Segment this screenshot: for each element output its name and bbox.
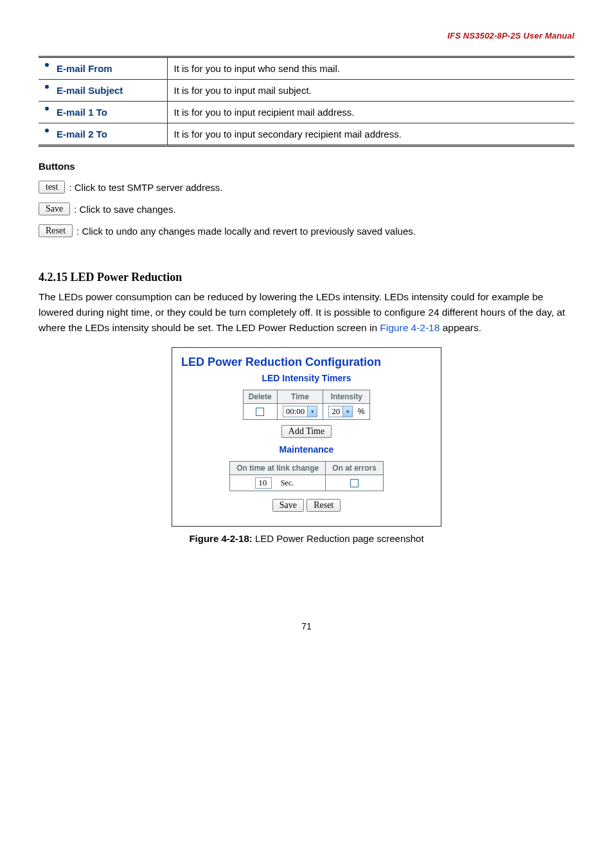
table-row: E-mail From It is for you to input who s… (39, 57, 574, 80)
col-delete: Delete (243, 390, 277, 404)
button-desc-text: : Click to test SMTP server address. (69, 182, 222, 193)
col-time: Time (277, 390, 323, 404)
button-description-row: Reset : Click to undo any changes made l… (39, 224, 574, 237)
table-row: 10 Sec. (230, 475, 384, 491)
param-label: E-mail 1 To (39, 102, 167, 123)
intensity-select[interactable]: 20 ▾ (328, 406, 353, 417)
delete-checkbox[interactable] (256, 408, 264, 416)
table-row: E-mail 2 To It is for you to input secon… (39, 123, 574, 146)
figure-reference-link: Figure 4-2-18 (380, 322, 440, 333)
param-desc: It is for you to input who send this mai… (167, 57, 574, 80)
page-number: 71 (39, 621, 574, 631)
screenshot-subheading-timers: LED Intensity Timers (181, 373, 432, 383)
section-heading: 4.2.15 LED Power Reduction (39, 271, 574, 284)
col-intensity: Intensity (323, 390, 370, 404)
param-desc: It is for you to input mail subject. (167, 80, 574, 102)
figure-caption: Figure 4-2-18: LED Power Reduction page … (39, 533, 574, 544)
buttons-heading: Buttons (39, 161, 574, 172)
col-on-time-link-change: On time at link change (230, 462, 326, 475)
save-button[interactable]: Save (39, 203, 70, 215)
param-desc: It is for you to input recipient mail ad… (167, 102, 574, 123)
maintenance-table: On time at link change On at errors 10 S… (229, 461, 384, 491)
chevron-down-icon: ▾ (307, 406, 317, 417)
param-desc: It is for you to input secondary recipie… (167, 123, 574, 146)
section-body: The LEDs power consumption can be reduce… (39, 289, 574, 336)
button-description-row: test : Click to test SMTP server address… (39, 181, 574, 194)
table-row: E-mail 1 To It is for you to input recip… (39, 102, 574, 123)
table-row: E-mail Subject It is for you to input ma… (39, 80, 574, 102)
screenshot-save-button[interactable]: Save (272, 499, 304, 512)
param-label: E-mail 2 To (39, 123, 167, 146)
test-button[interactable]: test (39, 181, 65, 194)
reset-button[interactable]: Reset (39, 224, 73, 237)
button-description-row: Save : Click to save changes. (39, 203, 574, 215)
col-on-at-errors: On at errors (326, 462, 384, 475)
time-select-value: 00:00 (286, 406, 305, 417)
param-label: E-mail Subject (39, 80, 167, 102)
screenshot-panel: LED Power Reduction Configuration LED In… (172, 347, 441, 527)
running-header: IFS NS3502-8P-2S User Manual (39, 31, 574, 41)
screenshot-title: LED Power Reduction Configuration (181, 356, 432, 369)
button-desc-text: : Click to undo any changes made locally… (76, 226, 416, 237)
intensity-select-value: 20 (332, 406, 340, 417)
button-desc-text: : Click to save changes. (74, 204, 175, 215)
time-select[interactable]: 00:00 ▾ (283, 406, 318, 417)
percent-label: % (358, 407, 365, 416)
screenshot-subheading-maintenance: Maintenance (181, 444, 432, 455)
screenshot-reset-button[interactable]: Reset (306, 499, 341, 512)
add-time-button[interactable]: Add Time (281, 425, 332, 438)
param-label: E-mail From (39, 57, 167, 80)
on-at-errors-checkbox[interactable] (350, 479, 359, 487)
chevron-down-icon: ▾ (342, 406, 352, 417)
led-timers-table: Delete Time Intensity 00:00 ▾ 20 (243, 390, 371, 420)
unit-label: Sec. (281, 478, 294, 487)
on-time-input[interactable]: 10 (255, 477, 272, 489)
parameter-table: E-mail From It is for you to input who s… (39, 56, 574, 147)
table-row: 00:00 ▾ 20 ▾ % (243, 404, 370, 420)
